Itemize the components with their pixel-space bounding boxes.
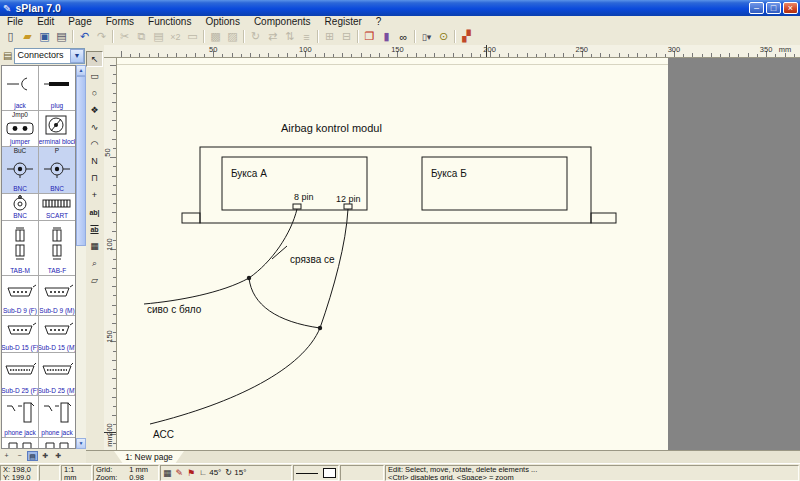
- search-icon[interactable]: ∞: [395, 29, 412, 44]
- zoom-selection-icon[interactable]: ❐: [361, 29, 378, 44]
- component-jumper[interactable]: Jmp0jumper: [2, 111, 39, 147]
- larger-button[interactable]: −: [14, 451, 25, 461]
- copy-icon[interactable]: ⧉: [133, 29, 150, 44]
- maximize-button[interactable]: □: [766, 2, 781, 14]
- smaller-button[interactable]: +: [1, 451, 12, 461]
- ellipse-tool[interactable]: ○: [86, 85, 103, 101]
- zoom-icon[interactable]: ⊙: [435, 29, 452, 44]
- redo-icon[interactable]: ↷: [93, 29, 110, 44]
- close-button[interactable]: ×: [783, 2, 798, 14]
- menu-edit[interactable]: Edit: [30, 16, 61, 28]
- to-back-icon[interactable]: ▨: [224, 29, 241, 44]
- group-icon[interactable]: ⊞: [321, 29, 338, 44]
- flag-icon[interactable]: ⚑: [187, 468, 195, 478]
- menu-options[interactable]: Options: [198, 16, 246, 28]
- cut-icon[interactable]: ✂: [116, 29, 133, 44]
- chevron-down-icon[interactable]: ▼: [70, 49, 84, 63]
- freehand-icon[interactable]: ✎: [176, 468, 184, 478]
- new-icon[interactable]: ▯: [2, 29, 19, 44]
- text-tool[interactable]: ab|: [86, 204, 103, 220]
- textbox-tool[interactable]: ab: [86, 221, 103, 237]
- line-tool[interactable]: ⊓: [86, 170, 103, 186]
- polyline-tool[interactable]: N: [86, 153, 103, 169]
- next-bank-button[interactable]: ✚: [53, 451, 64, 461]
- subd-symbol: [2, 276, 38, 307]
- delete-icon[interactable]: ▭: [184, 29, 201, 44]
- component-partial[interactable]: [39, 438, 76, 449]
- duplicate-icon[interactable]: ×2: [167, 29, 184, 44]
- component-tab-f[interactable]: TAB-F: [39, 221, 76, 276]
- cursor-position-panel: X: 198,0 Y: 199,0: [0, 465, 38, 481]
- mirror-horizontal-icon[interactable]: ⇄: [264, 29, 281, 44]
- special-shape-tool[interactable]: ❖: [86, 102, 103, 118]
- undo-icon[interactable]: ↶: [76, 29, 93, 44]
- component-plug[interactable]: plug: [39, 66, 76, 111]
- menu-functions[interactable]: Functions: [141, 16, 198, 28]
- menu-register[interactable]: Register: [318, 16, 369, 28]
- prev-bank-button[interactable]: ✚: [40, 451, 51, 461]
- component-sub-d-15-m-[interactable]: Sub-D 15 (M): [39, 316, 76, 353]
- library-icon[interactable]: ▮: [378, 29, 395, 44]
- bezier-tool[interactable]: ∿: [86, 119, 103, 135]
- library-scrollbar[interactable]: ▲ ▼: [76, 65, 86, 449]
- image-tool[interactable]: ▦: [86, 238, 103, 254]
- component-partial[interactable]: [2, 438, 39, 449]
- measure-tool[interactable]: ▱: [86, 272, 103, 288]
- paste-icon[interactable]: ▤: [150, 29, 167, 44]
- component-bnc[interactable]: JBNC: [2, 194, 39, 221]
- align-icon[interactable]: ≡: [298, 29, 315, 44]
- component-sub-d-25-m-[interactable]: Sub-D 25 (M): [39, 353, 76, 396]
- grid-zoom-panel: Grid: 1 mm Zoom: 0,98: [93, 465, 159, 481]
- drawing-canvas[interactable]: [117, 58, 800, 450]
- quick-toggles-panel: ▦ ✎ ⚑ ∟ 45° ↻ 15°: [160, 465, 292, 481]
- line-style-sample[interactable]: [296, 473, 318, 474]
- fill-style-sample[interactable]: [323, 468, 336, 478]
- page-preview-icon[interactable]: ▯▾: [418, 29, 435, 44]
- grid-toggle-icon[interactable]: ▦: [163, 468, 172, 478]
- angle-setting[interactable]: ∟ 45°: [199, 469, 221, 477]
- mirror-vertical-icon[interactable]: ⇅: [281, 29, 298, 44]
- component-scart[interactable]: SCART: [39, 194, 76, 221]
- to-front-icon[interactable]: ▩: [207, 29, 224, 44]
- scroll-down-icon[interactable]: ▼: [76, 438, 86, 449]
- component-sub-d-15-f-[interactable]: Sub-D 15 (F): [2, 316, 39, 353]
- library-select[interactable]: Connectors ▼: [14, 48, 85, 64]
- menu-forms[interactable]: Forms: [99, 16, 141, 28]
- arc-tool[interactable]: ◠: [86, 136, 103, 152]
- open-icon[interactable]: ▰: [19, 29, 36, 44]
- save-icon[interactable]: ▣: [36, 29, 53, 44]
- empty-panel: [39, 465, 60, 481]
- rotate-step-setting[interactable]: ↻ 15°: [225, 469, 246, 477]
- component-jack[interactable]: jack: [2, 66, 39, 111]
- component-bnc[interactable]: BuCBNC: [2, 147, 39, 194]
- print-icon[interactable]: ▤: [53, 29, 70, 44]
- scroll-up-icon[interactable]: ▲: [76, 65, 86, 76]
- component-phone-jack[interactable]: phone jack: [39, 396, 76, 438]
- style-samples-panel: [293, 465, 339, 481]
- menu-components[interactable]: Components: [247, 16, 318, 28]
- tab-symbol: [2, 221, 38, 267]
- rotate-icon[interactable]: ↻: [247, 29, 264, 44]
- component-terminal-block[interactable]: terminal block: [39, 111, 76, 147]
- scrollbar-thumb[interactable]: [76, 76, 86, 246]
- ungroup-icon[interactable]: ⊟: [338, 29, 355, 44]
- rectangle-tool[interactable]: ▭: [86, 68, 103, 84]
- dimension-tool[interactable]: +: [86, 187, 103, 203]
- terminal-block-symbol: [39, 111, 75, 138]
- component-tab-m[interactable]: TAB-M: [2, 221, 39, 276]
- component-phone-jack[interactable]: phone jack: [2, 396, 39, 438]
- size-box-button[interactable]: ▤: [27, 451, 38, 461]
- menu-help[interactable]: ?: [369, 16, 389, 28]
- component-sub-d-9-m-[interactable]: Sub-D 9 (M): [39, 276, 76, 316]
- component-sub-d-25-f-[interactable]: Sub-D 25 (F): [2, 353, 39, 396]
- zoom-tool[interactable]: ⌕: [86, 255, 103, 271]
- component-sub-d-9-f-[interactable]: Sub-D 9 (F): [2, 276, 39, 316]
- page-tab[interactable]: 1: New page: [114, 451, 184, 463]
- schematic-page[interactable]: [117, 64, 668, 450]
- menu-page[interactable]: Page: [61, 16, 98, 28]
- menu-file[interactable]: File: [0, 16, 30, 28]
- minimize-button[interactable]: –: [749, 2, 764, 14]
- select-tool[interactable]: ↖: [86, 51, 103, 67]
- gallery-icon[interactable]: ▞: [458, 29, 475, 44]
- component-bnc[interactable]: PBNC: [39, 147, 76, 194]
